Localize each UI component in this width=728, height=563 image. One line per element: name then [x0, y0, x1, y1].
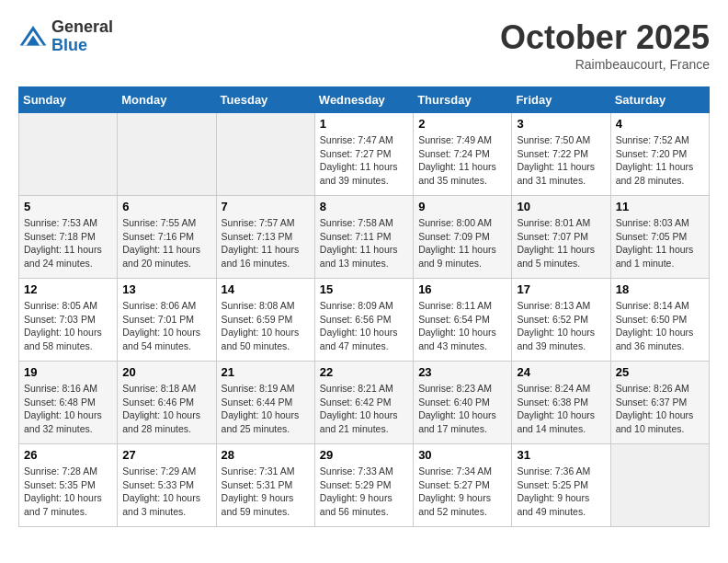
cell-info: Sunrise: 7:52 AM Sunset: 7:20 PM Dayligh… [616, 133, 704, 188]
day-number: 3 [517, 117, 605, 131]
cell-info: Sunrise: 8:26 AM Sunset: 6:37 PM Dayligh… [616, 382, 704, 436]
day-number: 5 [24, 200, 112, 213]
calendar-cell: 20Sunrise: 8:18 AM Sunset: 6:46 PM Dayli… [118, 362, 216, 444]
day-number: 29 [320, 448, 408, 462]
calendar-cell: 27Sunrise: 7:29 AM Sunset: 5:33 PM Dayli… [118, 444, 216, 527]
day-number: 21 [222, 365, 310, 379]
calendar-cell: 2Sunrise: 7:49 AM Sunset: 7:24 PM Daylig… [414, 113, 512, 196]
weekday-header: Wednesday [314, 87, 413, 113]
cell-info: Sunrise: 8:03 AM Sunset: 7:05 PM Dayligh… [616, 216, 704, 270]
logo-blue-text: Blue [51, 37, 113, 55]
calendar-week-row: 5Sunrise: 7:53 AM Sunset: 7:18 PM Daylig… [19, 196, 710, 279]
day-number: 8 [320, 200, 408, 213]
cell-info: Sunrise: 7:29 AM Sunset: 5:33 PM Dayligh… [122, 465, 210, 519]
cell-info: Sunrise: 7:36 AM Sunset: 5:25 PM Dayligh… [517, 465, 605, 519]
weekday-header: Tuesday [216, 87, 314, 113]
day-number: 2 [418, 117, 506, 131]
calendar-cell: 17Sunrise: 8:13 AM Sunset: 6:52 PM Dayli… [512, 279, 610, 362]
calendar-cell: 9Sunrise: 8:00 AM Sunset: 7:09 PM Daylig… [414, 196, 512, 279]
calendar-cell: 30Sunrise: 7:34 AM Sunset: 5:27 PM Dayli… [414, 444, 512, 527]
cell-info: Sunrise: 8:14 AM Sunset: 6:50 PM Dayligh… [616, 299, 704, 353]
cell-info: Sunrise: 7:58 AM Sunset: 7:11 PM Dayligh… [320, 216, 408, 270]
calendar-cell: 4Sunrise: 7:52 AM Sunset: 7:20 PM Daylig… [610, 113, 709, 196]
cell-info: Sunrise: 8:13 AM Sunset: 6:52 PM Dayligh… [517, 299, 605, 353]
calendar-cell [610, 444, 709, 527]
calendar-week-row: 1Sunrise: 7:47 AM Sunset: 7:27 PM Daylig… [19, 113, 710, 196]
calendar-cell: 25Sunrise: 8:26 AM Sunset: 6:37 PM Dayli… [610, 362, 709, 444]
logo: General Blue [18, 18, 113, 55]
calendar-cell: 15Sunrise: 8:09 AM Sunset: 6:56 PM Dayli… [314, 279, 413, 362]
calendar-cell: 1Sunrise: 7:47 AM Sunset: 7:27 PM Daylig… [314, 113, 413, 196]
calendar-cell: 6Sunrise: 7:55 AM Sunset: 7:16 PM Daylig… [118, 196, 216, 279]
day-number: 4 [616, 117, 704, 131]
calendar-cell: 23Sunrise: 8:23 AM Sunset: 6:40 PM Dayli… [414, 362, 512, 444]
cell-info: Sunrise: 8:18 AM Sunset: 6:46 PM Dayligh… [122, 382, 210, 436]
calendar-cell: 7Sunrise: 7:57 AM Sunset: 7:13 PM Daylig… [216, 196, 314, 279]
cell-info: Sunrise: 8:00 AM Sunset: 7:09 PM Dayligh… [418, 216, 506, 270]
calendar-week-row: 19Sunrise: 8:16 AM Sunset: 6:48 PM Dayli… [19, 362, 710, 444]
cell-info: Sunrise: 7:34 AM Sunset: 5:27 PM Dayligh… [418, 465, 506, 519]
calendar-cell: 19Sunrise: 8:16 AM Sunset: 6:48 PM Dayli… [19, 362, 118, 444]
weekday-header: Saturday [610, 87, 709, 113]
cell-info: Sunrise: 7:50 AM Sunset: 7:22 PM Dayligh… [517, 133, 605, 188]
day-number: 12 [24, 282, 112, 296]
calendar-cell: 13Sunrise: 8:06 AM Sunset: 7:01 PM Dayli… [118, 279, 216, 362]
day-number: 20 [122, 365, 210, 379]
calendar-cell: 10Sunrise: 8:01 AM Sunset: 7:07 PM Dayli… [512, 196, 610, 279]
page-header: General Blue October 2025 Raimbeaucourt,… [18, 18, 710, 72]
day-number: 17 [517, 282, 605, 296]
calendar-cell: 3Sunrise: 7:50 AM Sunset: 7:22 PM Daylig… [512, 113, 610, 196]
calendar-week-row: 12Sunrise: 8:05 AM Sunset: 7:03 PM Dayli… [19, 279, 710, 362]
calendar-cell: 11Sunrise: 8:03 AM Sunset: 7:05 PM Dayli… [610, 196, 709, 279]
calendar-cell: 14Sunrise: 8:08 AM Sunset: 6:59 PM Dayli… [216, 279, 314, 362]
month-title: October 2025 [500, 18, 710, 57]
cell-info: Sunrise: 8:21 AM Sunset: 6:42 PM Dayligh… [320, 382, 408, 436]
day-number: 22 [320, 365, 408, 379]
calendar-cell: 16Sunrise: 8:11 AM Sunset: 6:54 PM Dayli… [414, 279, 512, 362]
calendar-cell: 24Sunrise: 8:24 AM Sunset: 6:38 PM Dayli… [512, 362, 610, 444]
day-number: 10 [517, 200, 605, 213]
day-number: 16 [418, 282, 506, 296]
title-block: October 2025 Raimbeaucourt, France [500, 18, 710, 72]
calendar-cell [216, 113, 314, 196]
weekday-header: Monday [118, 87, 216, 113]
logo-text: General Blue [51, 18, 113, 55]
day-number: 1 [320, 117, 408, 131]
calendar-cell: 22Sunrise: 8:21 AM Sunset: 6:42 PM Dayli… [314, 362, 413, 444]
day-number: 6 [122, 200, 210, 213]
calendar-cell [118, 113, 216, 196]
cell-info: Sunrise: 8:23 AM Sunset: 6:40 PM Dayligh… [418, 382, 506, 436]
cell-info: Sunrise: 8:09 AM Sunset: 6:56 PM Dayligh… [320, 299, 408, 353]
day-number: 26 [24, 448, 112, 462]
calendar-cell: 31Sunrise: 7:36 AM Sunset: 5:25 PM Dayli… [512, 444, 610, 527]
weekday-header: Friday [512, 87, 610, 113]
weekday-header: Thursday [414, 87, 512, 113]
day-number: 24 [517, 365, 605, 379]
cell-info: Sunrise: 8:16 AM Sunset: 6:48 PM Dayligh… [24, 382, 112, 436]
day-number: 19 [24, 365, 112, 379]
weekday-header-row: SundayMondayTuesdayWednesdayThursdayFrid… [19, 87, 710, 113]
calendar-table: SundayMondayTuesdayWednesdayThursdayFrid… [18, 86, 710, 527]
cell-info: Sunrise: 8:24 AM Sunset: 6:38 PM Dayligh… [517, 382, 605, 436]
day-number: 27 [122, 448, 210, 462]
cell-info: Sunrise: 8:11 AM Sunset: 6:54 PM Dayligh… [418, 299, 506, 353]
day-number: 28 [222, 448, 310, 462]
calendar-cell: 12Sunrise: 8:05 AM Sunset: 7:03 PM Dayli… [19, 279, 118, 362]
logo-icon [18, 22, 48, 52]
calendar-cell [19, 113, 118, 196]
cell-info: Sunrise: 8:19 AM Sunset: 6:44 PM Dayligh… [222, 382, 310, 436]
day-number: 7 [222, 200, 310, 213]
calendar-week-row: 26Sunrise: 7:28 AM Sunset: 5:35 PM Dayli… [19, 444, 710, 527]
cell-info: Sunrise: 7:57 AM Sunset: 7:13 PM Dayligh… [222, 216, 310, 270]
calendar-cell: 5Sunrise: 7:53 AM Sunset: 7:18 PM Daylig… [19, 196, 118, 279]
day-number: 23 [418, 365, 506, 379]
calendar-cell: 18Sunrise: 8:14 AM Sunset: 6:50 PM Dayli… [610, 279, 709, 362]
logo-general: General [51, 18, 113, 37]
cell-info: Sunrise: 8:06 AM Sunset: 7:01 PM Dayligh… [122, 299, 210, 353]
weekday-header: Sunday [19, 87, 118, 113]
day-number: 9 [418, 200, 506, 213]
day-number: 30 [418, 448, 506, 462]
calendar-cell: 28Sunrise: 7:31 AM Sunset: 5:31 PM Dayli… [216, 444, 314, 527]
day-number: 13 [122, 282, 210, 296]
calendar-cell: 21Sunrise: 8:19 AM Sunset: 6:44 PM Dayli… [216, 362, 314, 444]
